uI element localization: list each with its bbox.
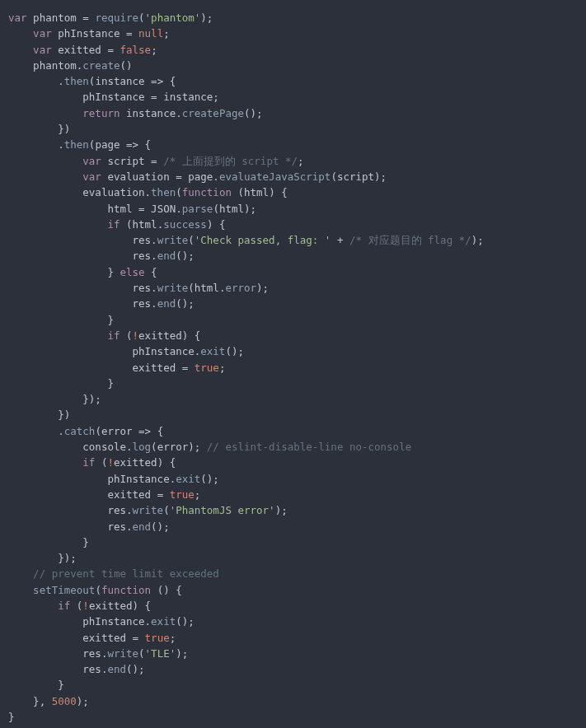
token-num: true bbox=[170, 488, 195, 501]
token-id: evaluation bbox=[101, 170, 176, 183]
token-op: } bbox=[8, 679, 64, 691]
token-op: (); bbox=[176, 297, 195, 310]
token-op: = bbox=[157, 488, 170, 501]
token-prop: setTimeout bbox=[33, 584, 95, 596]
token-id: JSON. bbox=[151, 203, 182, 215]
token-id: phantom. bbox=[8, 59, 82, 72]
token-id: exitted bbox=[8, 632, 133, 644]
token-op: = bbox=[107, 44, 120, 56]
token-op: ( bbox=[120, 329, 132, 342]
token-id: exitted bbox=[138, 329, 182, 342]
token-prop: exit bbox=[151, 615, 176, 628]
token-id bbox=[8, 218, 107, 231]
token-id: instance. bbox=[120, 107, 181, 119]
token-prop: end bbox=[133, 520, 152, 533]
token-prop: write bbox=[157, 234, 189, 246]
token-prop: end bbox=[107, 663, 126, 675]
token-op: (); bbox=[151, 520, 170, 533]
token-op: ( bbox=[176, 186, 182, 198]
token-prop: write bbox=[107, 647, 138, 660]
token-id: script bbox=[337, 170, 374, 183]
token-op: => bbox=[151, 75, 163, 87]
token-op: = bbox=[182, 362, 195, 374]
token-kw: var bbox=[82, 155, 101, 167]
token-prop: log bbox=[133, 441, 152, 453]
token-id: res. bbox=[8, 282, 157, 294]
token-id: phInstance. bbox=[8, 615, 151, 628]
token-id: res. bbox=[8, 504, 133, 516]
token-id: phantom bbox=[27, 12, 83, 24]
token-op: ( bbox=[70, 600, 82, 612]
token-op: } bbox=[8, 536, 89, 548]
token-id bbox=[8, 107, 82, 119]
code-block: var phantom = require('phantom'); var ph… bbox=[0, 0, 586, 728]
token-id: phInstance bbox=[52, 27, 126, 40]
token-prop: write bbox=[133, 504, 164, 516]
token-kw: var bbox=[33, 27, 52, 40]
token-op: ) { bbox=[157, 456, 176, 469]
token-id: res. bbox=[8, 647, 107, 660]
token-op: ( bbox=[95, 584, 101, 596]
token-op: (); bbox=[176, 250, 195, 262]
token-op: ( bbox=[213, 203, 219, 215]
token-op: (); bbox=[200, 473, 219, 485]
token-id: error bbox=[101, 425, 138, 437]
token-cmt: /* 对应题目的 flag */ bbox=[349, 234, 471, 246]
token-op: ) { bbox=[207, 218, 226, 231]
token-id: instance bbox=[95, 75, 151, 87]
token-prop: write bbox=[157, 282, 189, 294]
token-id: page. bbox=[188, 170, 219, 183]
token-op: ); bbox=[275, 504, 288, 516]
token-op: ); bbox=[200, 12, 213, 24]
token-prop: evaluateJavaScript bbox=[219, 170, 331, 183]
token-kw: if bbox=[107, 329, 120, 342]
token-cmt: /* 上面提到的 script */ bbox=[163, 155, 298, 167]
token-op: ; bbox=[151, 44, 157, 56]
token-op: }, bbox=[8, 695, 52, 707]
token-op: + bbox=[337, 234, 349, 246]
token-prop: error bbox=[225, 282, 256, 294]
token-id: phInstance bbox=[8, 91, 151, 103]
token-prop: end bbox=[157, 250, 176, 262]
token-op: (); bbox=[244, 107, 263, 119]
token-prop: createPage bbox=[182, 107, 244, 119]
token-op: ( bbox=[95, 425, 101, 437]
token-op: ) { bbox=[269, 186, 288, 198]
token-op: ; bbox=[163, 27, 170, 40]
token-prop: catch bbox=[64, 425, 96, 437]
token-id: exitted bbox=[8, 362, 182, 374]
token-op: ; bbox=[219, 362, 226, 374]
token-id: exitted bbox=[52, 44, 108, 56]
token-id: res. bbox=[8, 520, 133, 533]
token-prop: create bbox=[82, 59, 120, 72]
token-op: = bbox=[126, 27, 138, 40]
token-op: ( bbox=[188, 282, 195, 294]
token-str: 'phantom' bbox=[145, 12, 201, 24]
token-op: ); bbox=[374, 170, 387, 183]
token-kw: var bbox=[82, 170, 101, 183]
token-prop: end bbox=[157, 297, 176, 310]
token-op: (); bbox=[176, 615, 195, 628]
token-op: = bbox=[176, 170, 188, 183]
token-op: }) bbox=[8, 123, 70, 135]
token-op: ) { bbox=[133, 600, 152, 612]
token-op: { bbox=[151, 425, 163, 437]
token-op: = bbox=[138, 203, 151, 215]
token-id bbox=[8, 155, 82, 167]
token-id: html. bbox=[133, 218, 164, 231]
token-id: res. bbox=[8, 663, 107, 675]
token-id: html bbox=[8, 203, 138, 215]
token-id: html bbox=[244, 186, 269, 198]
token-prop: require bbox=[95, 12, 138, 24]
token-id: phInstance. bbox=[8, 473, 176, 485]
token-bang: ! bbox=[107, 456, 114, 469]
token-prop: parse bbox=[182, 203, 213, 215]
token-op: = bbox=[151, 155, 163, 167]
token-kw: if bbox=[58, 600, 70, 612]
token-op: ); bbox=[188, 441, 207, 453]
token-num: false bbox=[120, 44, 151, 56]
token-bang: ! bbox=[133, 329, 139, 342]
token-op: ( bbox=[138, 647, 145, 660]
token-id: res. bbox=[8, 297, 157, 310]
token-id bbox=[8, 27, 33, 40]
